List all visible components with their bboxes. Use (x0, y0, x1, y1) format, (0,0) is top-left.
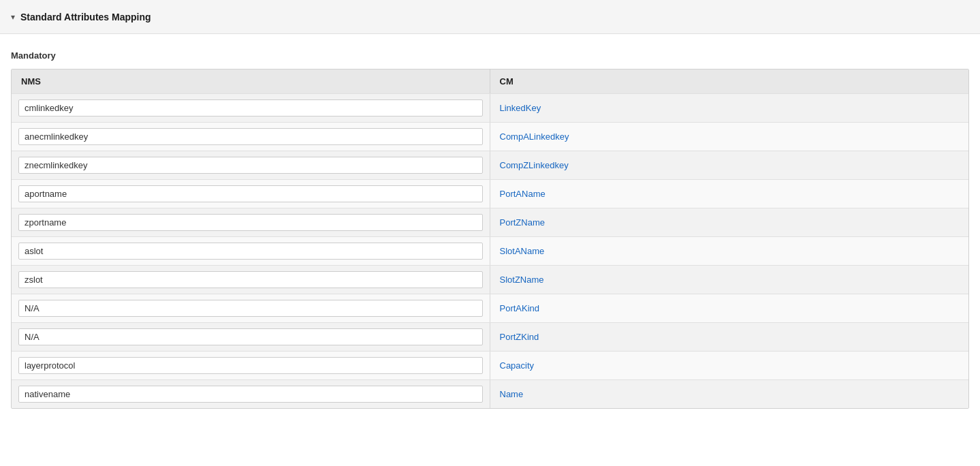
nms-input[interactable] (18, 386, 483, 403)
cm-cell: PortZName (490, 208, 969, 236)
nms-input[interactable] (18, 243, 483, 260)
cm-cell: LinkedKey (490, 94, 969, 122)
nms-cell (12, 123, 490, 151)
cm-column-header: CM (490, 69, 969, 93)
nms-cell (12, 237, 490, 265)
cm-cell: Name (490, 380, 969, 408)
cm-cell: SlotAName (490, 237, 969, 265)
cm-cell: SlotZName (490, 266, 969, 294)
section-header: ▾ Standard Attributes Mapping (0, 0, 980, 34)
cm-cell: PortZKind (490, 323, 969, 351)
table-row: CompALinkedkey (12, 122, 968, 151)
table-row: LinkedKey (12, 93, 968, 122)
nms-input[interactable] (18, 300, 483, 317)
nms-cell (12, 323, 490, 351)
table-row: PortAKind (12, 294, 968, 322)
mandatory-label: Mandatory (11, 50, 969, 61)
nms-input[interactable] (18, 328, 483, 345)
nms-input[interactable] (18, 271, 483, 288)
nms-input[interactable] (18, 128, 483, 145)
nms-input[interactable] (18, 357, 483, 374)
nms-cell (12, 208, 490, 236)
section-title: Standard Attributes Mapping (20, 12, 151, 22)
chevron-icon[interactable]: ▾ (11, 12, 15, 22)
nms-cell (12, 352, 490, 379)
nms-cell (12, 380, 490, 408)
nms-cell (12, 266, 490, 294)
nms-input[interactable] (18, 185, 483, 202)
table-header-row: NMS CM (12, 69, 968, 93)
nms-cell (12, 151, 490, 179)
nms-input[interactable] (18, 157, 483, 174)
cm-cell: CompALinkedkey (490, 123, 969, 151)
nms-cell (12, 180, 490, 208)
nms-input[interactable] (18, 99, 483, 117)
table-body: LinkedKeyCompALinkedkeyCompZLinkedkeyPor… (12, 93, 968, 408)
table-row: PortAName (12, 179, 968, 208)
cm-cell: PortAKind (490, 294, 969, 322)
table-row: Name (12, 379, 968, 408)
table-row: PortZKind (12, 322, 968, 351)
cm-cell: CompZLinkedkey (490, 151, 969, 179)
table-row: PortZName (12, 208, 968, 236)
attributes-table: NMS CM LinkedKeyCompALinkedkeyCompZLinke… (11, 69, 969, 409)
cm-cell: PortAName (490, 180, 969, 208)
nms-cell (12, 94, 490, 122)
nms-column-header: NMS (12, 69, 490, 93)
nms-input[interactable] (18, 214, 483, 231)
table-row: Capacity (12, 351, 968, 379)
cm-cell: Capacity (490, 352, 969, 379)
table-row: CompZLinkedkey (12, 151, 968, 179)
main-content: Mandatory NMS CM LinkedKeyCompALinkedkey… (0, 34, 980, 420)
table-row: SlotAName (12, 236, 968, 265)
nms-cell (12, 294, 490, 322)
table-row: SlotZName (12, 265, 968, 294)
